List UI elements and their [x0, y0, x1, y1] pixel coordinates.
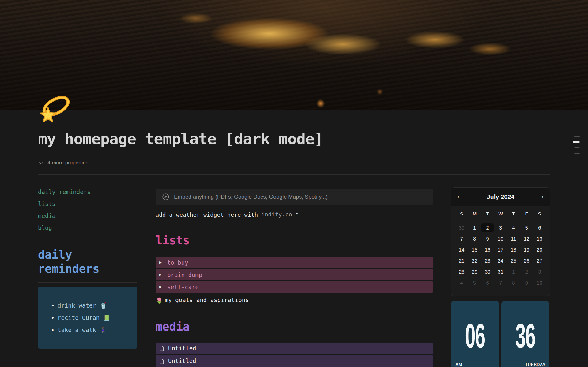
toc-line[interactable] — [574, 153, 580, 154]
calendar-prev-button[interactable]: ‹ — [451, 193, 466, 201]
calendar-day[interactable]: 6 — [481, 278, 494, 287]
calendar-day[interactable]: 6 — [533, 223, 546, 232]
calendar-day[interactable]: 9 — [481, 234, 494, 243]
toggle-triangle-icon[interactable]: ▶ — [159, 285, 167, 289]
calendar-day[interactable]: 18 — [507, 245, 520, 254]
nav-link-lists[interactable]: lists — [38, 200, 55, 208]
nav-link-blog[interactable]: blog — [38, 224, 52, 232]
goals-page-link[interactable]: 🌷 my goals and aspirations — [156, 296, 249, 305]
calendar-day[interactable]: 15 — [468, 245, 481, 254]
weather-text: add a weather widget here with — [156, 212, 261, 218]
calendar-day[interactable]: 1 — [507, 267, 520, 276]
weekday-label: W — [494, 210, 507, 218]
calendar-day[interactable]: 13 — [533, 234, 546, 243]
toc-line-active[interactable] — [573, 141, 580, 143]
calendar-day[interactable]: 5 — [468, 278, 481, 287]
calendar-day[interactable]: 3 — [533, 267, 546, 276]
calendar-day[interactable]: 8 — [468, 234, 481, 243]
reminder-item: • drink water 🥤 — [38, 301, 137, 309]
calendar-day[interactable]: 26 — [520, 256, 533, 265]
calendar-day[interactable]: 30 — [455, 223, 468, 232]
calendar-day[interactable]: 22 — [468, 256, 481, 265]
calendar-day[interactable]: 16 — [481, 245, 494, 254]
weekday-label: F — [520, 210, 533, 218]
calendar-day[interactable]: 10 — [494, 234, 507, 243]
toggle-label: brain dump — [167, 272, 202, 278]
weekday-label: T — [481, 210, 494, 218]
embed-placeholder: Embed anything (PDFs, Google Docs, Googl… — [174, 194, 328, 200]
nav-link-media[interactable]: media — [38, 212, 55, 220]
calendar-day[interactable]: 30 — [481, 267, 494, 276]
daily-reminders-heading: daily reminders — [38, 248, 139, 276]
toggle-triangle-icon[interactable]: ▶ — [159, 273, 167, 277]
daily-reminders-callout: • drink water 🥤 • recite Quran 📗 • take … — [38, 287, 137, 349]
chevron-down-icon — [39, 161, 43, 165]
calendar-day[interactable]: 14 — [455, 245, 468, 254]
more-properties-label: 4 more properties — [47, 160, 88, 166]
indify-link[interactable]: indify.co — [261, 211, 292, 218]
calendar-day[interactable]: 23 — [481, 256, 494, 265]
calendar-day[interactable]: 10 — [533, 278, 546, 287]
weather-caret: ^ — [292, 212, 299, 218]
more-properties-toggle[interactable]: 4 more properties — [39, 159, 88, 167]
compass-icon — [162, 193, 170, 201]
calendar-day[interactable]: 28 — [455, 267, 468, 276]
calendar-day[interactable]: 29 — [468, 267, 481, 276]
divider — [38, 174, 550, 175]
calendar-day[interactable]: 20 — [533, 245, 546, 254]
calendar-day[interactable]: 25 — [507, 256, 520, 265]
calendar-day[interactable]: 17 — [494, 245, 507, 254]
page-title[interactable]: my homepage template [dark mode] — [38, 130, 323, 148]
calendar-day[interactable]: 4 — [455, 278, 468, 287]
toc-line[interactable] — [574, 147, 580, 148]
reminder-text: drink water 🥤 — [58, 302, 107, 309]
calendar-week-row: 14 15 16 17 18 19 20 — [451, 244, 550, 255]
weekday-label: M — [468, 210, 481, 218]
calendar-widget: ‹ July 2024 › S M T W T F S 30 1 2 3 4 5… — [451, 187, 550, 296]
embed-block[interactable]: Embed anything (PDFs, Google Docs, Googl… — [156, 189, 433, 205]
calendar-month-label: July 2024 — [466, 193, 536, 200]
calendar-day[interactable]: 21 — [455, 256, 468, 265]
media-page-title: Untitled — [168, 345, 196, 352]
media-page-link[interactable]: Untitled — [156, 343, 433, 354]
calendar-day[interactable]: 2 — [520, 267, 533, 276]
calendar-day[interactable]: 7 — [455, 234, 468, 243]
toggle-brain-dump[interactable]: ▶ brain dump — [156, 269, 433, 280]
toc-indicator[interactable] — [573, 136, 580, 154]
calendar-day[interactable]: 12 — [520, 234, 533, 243]
dizzy-star-icon[interactable] — [36, 91, 73, 128]
calendar-day-selected[interactable]: 2 — [481, 223, 494, 232]
bullet-icon: • — [51, 314, 58, 321]
calendar-day[interactable]: 5 — [520, 223, 533, 232]
toggle-to-buy[interactable]: ▶ to buy — [156, 257, 433, 268]
calendar-day[interactable]: 31 — [494, 267, 507, 276]
document-icon — [159, 358, 165, 365]
tulip-emoji: 🌷 — [156, 297, 165, 304]
goals-label: my goals and aspirations — [165, 297, 249, 304]
clock-minutes: 36 — [515, 319, 535, 353]
reminder-item: • take a walk 🚶‍♀️ — [38, 326, 137, 334]
media-page-link[interactable]: Untitled — [156, 355, 433, 367]
calendar-day[interactable]: 7 — [494, 278, 507, 287]
calendar-week-row: 30 1 2 3 4 5 6 — [451, 222, 550, 233]
toggle-label: to buy — [167, 259, 188, 266]
weekday-label: T — [507, 210, 520, 218]
toggle-triangle-icon[interactable]: ▶ — [159, 260, 167, 264]
toc-line[interactable] — [574, 136, 580, 137]
calendar-day[interactable]: 9 — [520, 278, 533, 287]
toggle-self-care[interactable]: ▶ self-care — [156, 281, 433, 293]
calendar-day[interactable]: 8 — [507, 278, 520, 287]
clock-hours: 06 — [465, 319, 485, 353]
calendar-day[interactable]: 3 — [494, 223, 507, 232]
calendar-day[interactable]: 4 — [507, 223, 520, 232]
calendar-day[interactable]: 19 — [520, 245, 533, 254]
weather-note: add a weather widget here with indify.co… — [156, 211, 299, 219]
calendar-day[interactable]: 1 — [468, 223, 481, 232]
media-heading: media — [156, 321, 190, 333]
nav-link-daily-reminders[interactable]: daily reminders — [38, 189, 91, 196]
calendar-day[interactable]: 11 — [507, 234, 520, 243]
calendar-day[interactable]: 27 — [533, 256, 546, 265]
calendar-day[interactable]: 24 — [494, 256, 507, 265]
document-icon — [159, 345, 165, 352]
calendar-next-button[interactable]: › — [536, 193, 550, 201]
